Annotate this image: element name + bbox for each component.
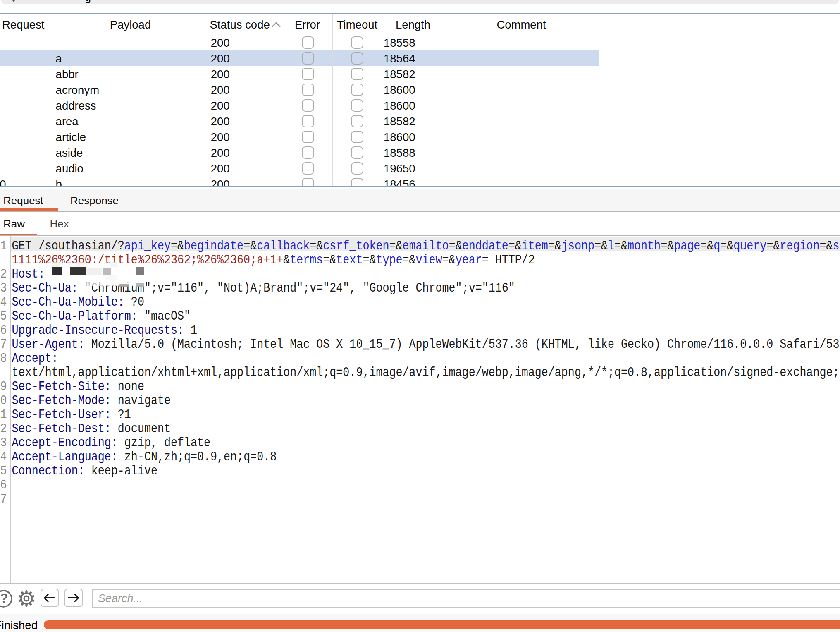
svg-text:?: ? bbox=[0, 591, 8, 606]
